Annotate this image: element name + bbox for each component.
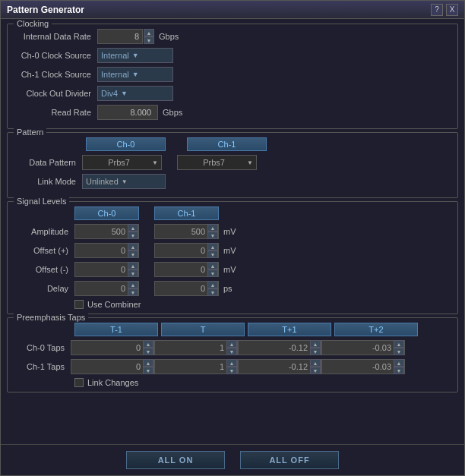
bottom-buttons: ALL ON ALL OFF bbox=[1, 444, 464, 475]
data-pattern-ch1-select[interactable]: Prbs7 ▼ bbox=[177, 155, 257, 170]
internal-data-rate-up[interactable]: ▲ bbox=[144, 29, 154, 36]
amplitude-ch0-up[interactable]: ▲ bbox=[128, 224, 138, 232]
ch0-t-plus1-down[interactable]: ▼ bbox=[310, 348, 321, 355]
clocking-label: Clocking bbox=[14, 19, 52, 28]
amplitude-ch1-up[interactable]: ▲ bbox=[207, 224, 218, 232]
offset-neg-ch0-up[interactable]: ▲ bbox=[128, 262, 138, 270]
amplitude-ch1-down[interactable]: ▼ bbox=[207, 232, 218, 239]
ch1-t-minus1-down[interactable]: ▼ bbox=[143, 367, 153, 374]
delay-ch1-spinners: ▲ ▼ bbox=[207, 281, 218, 296]
internal-data-rate-label: Internal Data Rate bbox=[14, 32, 97, 41]
offset-pos-label: Offset (+) bbox=[14, 246, 74, 255]
ch0-t-plus2-down[interactable]: ▼ bbox=[394, 348, 404, 355]
ch1-t-spinners: ▲ ▼ bbox=[226, 359, 237, 374]
offset-pos-ch0-up[interactable]: ▲ bbox=[128, 243, 138, 251]
link-changes-checkbox[interactable] bbox=[74, 378, 84, 387]
ch1-t-minus1-up[interactable]: ▲ bbox=[143, 359, 153, 367]
offset-pos-ch1-down[interactable]: ▼ bbox=[207, 251, 218, 258]
offset-pos-ch0-spinners: ▲ ▼ bbox=[128, 243, 138, 258]
offset-pos-row: Offset (+) 0 ▲ ▼ 0 ▲ ▼ mV bbox=[14, 243, 451, 258]
amplitude-ch0-spinners: ▲ ▼ bbox=[128, 224, 138, 239]
ch0-t-plus1-up[interactable]: ▲ bbox=[310, 340, 321, 348]
read-rate-value: 8.000 bbox=[97, 105, 158, 120]
offset-neg-ch0-down[interactable]: ▼ bbox=[128, 270, 138, 277]
ch1-t-plus1-up[interactable]: ▲ bbox=[310, 359, 321, 367]
ch0-t-plus2-value: -0.03 bbox=[322, 343, 394, 352]
amplitude-ch0-down[interactable]: ▼ bbox=[128, 232, 138, 239]
link-changes-label: Link Changes bbox=[87, 378, 138, 387]
ch1-t-up[interactable]: ▲ bbox=[226, 359, 237, 367]
title-bar-buttons: ? X bbox=[431, 4, 458, 16]
amplitude-unit: mV bbox=[223, 227, 236, 236]
ch0-t-minus1-down[interactable]: ▼ bbox=[143, 348, 153, 355]
internal-data-rate-field[interactable]: 8 bbox=[97, 29, 143, 44]
ch1-t-plus1-down[interactable]: ▼ bbox=[310, 367, 321, 374]
ch1-t-plus2-down[interactable]: ▼ bbox=[394, 367, 404, 374]
link-mode-label: Link Mode bbox=[14, 177, 82, 186]
link-mode-select[interactable]: Unlinked ▼ bbox=[82, 174, 166, 189]
internal-data-rate-input-group: 8 ▲ ▼ bbox=[97, 29, 154, 44]
offset-pos-ch1-up[interactable]: ▲ bbox=[207, 243, 218, 251]
clocking-section: Clocking Internal Data Rate 8 ▲ ▼ Gbps C… bbox=[7, 24, 458, 129]
ch0-clock-source-select[interactable]: Internal ▼ bbox=[97, 48, 173, 63]
ch1-t-plus2-spinners: ▲ ▼ bbox=[394, 359, 404, 374]
data-pattern-ch1-value: Prbs7 bbox=[181, 158, 247, 167]
ch0-t-minus1-up[interactable]: ▲ bbox=[143, 340, 153, 348]
offset-neg-ch1-up[interactable]: ▲ bbox=[207, 262, 218, 270]
link-mode-value: Unlinked bbox=[86, 177, 119, 186]
ch0-t-minus1-value: 0 bbox=[71, 343, 143, 352]
ch0-t-minus1-spinners: ▲ ▼ bbox=[143, 340, 153, 355]
link-mode-arrow: ▼ bbox=[122, 178, 128, 185]
ch0-t-plus2-spinners: ▲ ▼ bbox=[394, 340, 404, 355]
offset-neg-ch1-down[interactable]: ▼ bbox=[207, 270, 218, 277]
ch0-t-plus2-up[interactable]: ▲ bbox=[394, 340, 404, 348]
ch1-t-down[interactable]: ▼ bbox=[226, 367, 237, 374]
delay-ch0-down[interactable]: ▼ bbox=[128, 288, 138, 296]
ch1-clock-source-select[interactable]: Internal ▼ bbox=[97, 67, 173, 82]
delay-row: Delay 0 ▲ ▼ 0 ▲ ▼ ps bbox=[14, 281, 451, 296]
clock-out-divider-value: Div4 bbox=[101, 89, 118, 98]
offset-pos-ch1-input: 0 ▲ ▼ bbox=[154, 243, 219, 258]
delay-ch0-input: 0 ▲ ▼ bbox=[74, 281, 139, 296]
ch1-t-plus2-up[interactable]: ▲ bbox=[394, 359, 404, 367]
clock-out-divider-select[interactable]: Div4 ▼ bbox=[97, 86, 173, 101]
delay-ch0-up[interactable]: ▲ bbox=[128, 281, 138, 288]
ch0-t-plus1-value: -0.12 bbox=[239, 343, 310, 352]
use-combiner-row: Use Combiner bbox=[14, 300, 451, 309]
data-pattern-ch0-select[interactable]: Prbs7 ▼ bbox=[82, 155, 162, 170]
ch0-t-plus1-spinners: ▲ ▼ bbox=[310, 340, 321, 355]
ch0-t-up[interactable]: ▲ bbox=[226, 340, 237, 348]
read-rate-label: Read Rate bbox=[14, 108, 97, 117]
offset-pos-ch0-down[interactable]: ▼ bbox=[128, 251, 138, 258]
all-off-button[interactable]: ALL OFF bbox=[240, 451, 339, 469]
all-on-button[interactable]: ALL ON bbox=[126, 451, 225, 469]
delay-ch1-up[interactable]: ▲ bbox=[207, 281, 218, 288]
ch1-t-value: 1 bbox=[155, 362, 226, 371]
offset-pos-ch1-value: 0 bbox=[155, 246, 207, 255]
offset-neg-ch1-input: 0 ▲ ▼ bbox=[154, 262, 219, 277]
delay-ch1-down[interactable]: ▼ bbox=[207, 288, 218, 296]
ch1-t-plus1-spinners: ▲ ▼ bbox=[310, 359, 321, 374]
ch0-t-down[interactable]: ▼ bbox=[226, 348, 237, 355]
ch1-t-plus2-value: -0.03 bbox=[322, 362, 394, 371]
t-header: T bbox=[161, 323, 245, 336]
amplitude-ch1-value: 500 bbox=[155, 227, 207, 236]
ch1-clock-source-value: Internal bbox=[101, 70, 129, 79]
read-rate-unit: Gbps bbox=[163, 108, 182, 117]
signal-ch1-header: Ch-1 bbox=[154, 206, 219, 220]
data-pattern-label: Data Pattern bbox=[14, 158, 82, 167]
ch1-clock-source-row: Ch-1 Clock Source Internal ▼ bbox=[14, 67, 451, 82]
clock-out-divider-row: Clock Out Divider Div4 ▼ bbox=[14, 86, 451, 101]
delay-ch0-value: 0 bbox=[75, 284, 128, 293]
read-rate-row: Read Rate 8.000 Gbps bbox=[14, 105, 451, 120]
close-button[interactable]: X bbox=[446, 4, 458, 16]
ch1-t-minus1-input: 0 ▲ ▼ bbox=[71, 359, 154, 374]
ch0-taps-row: Ch-0 Taps 0 ▲ ▼ 1 ▲ ▼ -0.12 bbox=[14, 340, 451, 355]
ch1-t-plus2-input: -0.03 ▲ ▼ bbox=[321, 359, 405, 374]
help-button[interactable]: ? bbox=[431, 4, 443, 16]
internal-data-rate-down[interactable]: ▼ bbox=[144, 36, 154, 44]
data-pattern-ch1-arrow: ▼ bbox=[247, 159, 253, 166]
content-area: Clocking Internal Data Rate 8 ▲ ▼ Gbps C… bbox=[1, 19, 464, 444]
preemphasis-section: Preemphasis Taps T-1 T T+1 T+2 Ch-0 Taps… bbox=[7, 317, 458, 392]
use-combiner-checkbox[interactable] bbox=[74, 300, 84, 309]
